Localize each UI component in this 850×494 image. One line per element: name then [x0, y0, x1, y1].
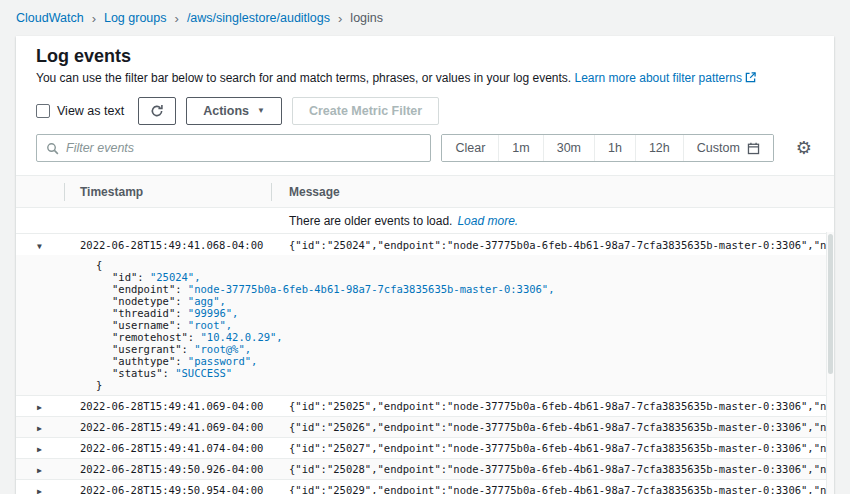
row-collapse-toggle[interactable]: ▼	[16, 239, 80, 251]
row-expand-toggle[interactable]: ▶	[16, 421, 80, 433]
breadcrumb-separator-icon: ›	[338, 11, 342, 26]
json-field-usergrant: "usergrant": "root@%",	[96, 343, 834, 355]
json-close-brace: }	[96, 379, 834, 391]
row-expand-toggle[interactable]: ▶	[16, 484, 80, 494]
log-message-preview: {"id":"25026","endpoint":"node-37775b0a-…	[271, 421, 834, 433]
chevron-right-icon: ▶	[37, 487, 42, 494]
refresh-icon	[150, 104, 164, 118]
log-message-preview: {"id":"25027","endpoint":"node-37775b0a-…	[271, 442, 834, 454]
breadcrumb: CloudWatch › Log groups › /aws/singlesto…	[0, 0, 850, 36]
search-icon	[46, 142, 59, 155]
breadcrumb-log-groups[interactable]: Log groups	[104, 11, 167, 25]
range-1m-button[interactable]: 1m	[498, 135, 542, 161]
breadcrumb-separator-icon: ›	[175, 11, 179, 26]
breadcrumb-current-stream: logins	[350, 11, 383, 25]
log-timestamp: 2022-06-28T15:49:41.074-04:00	[80, 442, 271, 454]
chevron-right-icon: ▶	[37, 424, 42, 433]
log-events-panel: Log events You can use the filter bar be…	[16, 36, 834, 494]
json-field-authtype: "authtype": "password",	[96, 355, 834, 367]
row-expand-toggle[interactable]: ▶	[16, 442, 80, 454]
expanded-log-json: { "id": "25024", "endpoint": "node-37775…	[16, 255, 834, 396]
gear-icon: ⚙	[796, 138, 812, 158]
view-as-text-label: View as text	[57, 104, 124, 118]
custom-range-label: Custom	[697, 141, 740, 155]
log-timestamp: 2022-06-28T15:49:50.954-04:00	[80, 484, 271, 494]
log-row[interactable]: ▶ 2022-06-28T15:49:50.926-04:00 {"id":"2…	[16, 459, 834, 480]
caret-down-icon: ▼	[257, 107, 265, 115]
table-header: Timestamp Message	[16, 176, 834, 208]
range-1h-button[interactable]: 1h	[594, 135, 635, 161]
json-field-id: "id": "25024",	[96, 271, 834, 283]
log-row[interactable]: ▶ 2022-06-28T15:49:41.074-04:00 {"id":"2…	[16, 438, 834, 459]
learn-more-link[interactable]: Learn more about filter patterns	[575, 71, 742, 85]
filter-events-input[interactable]	[66, 141, 421, 155]
actions-toolbar: View as text Actions ▼ Create Metric Fil…	[36, 97, 814, 125]
filter-bar: Clear 1m 30m 1h 12h Custom ⚙	[36, 134, 814, 162]
page-title: Log events	[36, 46, 814, 66]
calendar-icon	[747, 142, 760, 155]
view-as-text-option: View as text	[36, 104, 124, 118]
timestamp-column-header: Timestamp	[65, 185, 271, 199]
view-as-text-checkbox[interactable]	[36, 104, 50, 118]
actions-button-label: Actions	[203, 104, 249, 118]
chevron-down-icon: ▼	[37, 242, 42, 251]
log-timestamp: 2022-06-28T15:49:41.069-04:00	[80, 421, 271, 433]
log-message-preview: {"id":"25029","endpoint":"node-37775b0a-…	[271, 484, 834, 494]
json-field-username: "username": "root",	[96, 319, 834, 331]
log-timestamp: 2022-06-28T15:49:50.926-04:00	[80, 463, 271, 475]
log-row[interactable]: ▶ 2022-06-28T15:49:41.069-04:00 {"id":"2…	[16, 396, 834, 417]
scrollbar-thumb[interactable]	[828, 234, 833, 374]
load-more-link[interactable]: Load more.	[457, 214, 518, 228]
log-rows: ▶ 2022-06-28T15:49:41.069-04:00 {"id":"2…	[16, 396, 834, 494]
page-description: You can use the filter bar below to sear…	[36, 71, 814, 87]
json-field-remotehost: "remotehost": "10.42.0.29",	[96, 331, 834, 343]
time-range-selector: Clear 1m 30m 1h 12h Custom	[441, 134, 773, 162]
log-row[interactable]: ▶ 2022-06-28T15:49:50.954-04:00 {"id":"2…	[16, 480, 834, 494]
filter-search-box	[36, 134, 431, 162]
log-message-preview: {"id":"25028","endpoint":"node-37775b0a-…	[271, 463, 834, 475]
chevron-right-icon: ▶	[37, 466, 42, 475]
row-expand-toggle[interactable]: ▶	[16, 400, 80, 412]
log-row-expanded[interactable]: ▼ 2022-06-28T15:49:41.068-04:00 {"id":"2…	[16, 234, 834, 255]
breadcrumb-separator-icon: ›	[92, 11, 96, 26]
json-field-endpoint: "endpoint": "node-37775b0a-6feb-4b61-98a…	[96, 283, 834, 295]
row-expand-toggle[interactable]: ▶	[16, 463, 80, 475]
json-field-threadid: "threadid": "99996",	[96, 307, 834, 319]
clear-range-button[interactable]: Clear	[442, 135, 498, 161]
custom-range-button[interactable]: Custom	[683, 135, 773, 161]
create-metric-filter-button[interactable]: Create Metric Filter	[292, 97, 439, 125]
vertical-scrollbar[interactable]	[826, 232, 834, 494]
older-events-row: There are older events to load. Load mor…	[16, 208, 834, 234]
json-field-nodetype: "nodetype": "agg",	[96, 295, 834, 307]
log-row[interactable]: ▶ 2022-06-28T15:49:41.069-04:00 {"id":"2…	[16, 417, 834, 438]
range-30m-button[interactable]: 30m	[543, 135, 594, 161]
log-events-table: Timestamp Message There are older events…	[16, 175, 834, 494]
chevron-right-icon: ▶	[37, 445, 42, 454]
json-open-brace: {	[96, 259, 834, 271]
log-timestamp: 2022-06-28T15:49:41.069-04:00	[80, 400, 271, 412]
log-message-preview: {"id":"25025","endpoint":"node-37775b0a-…	[271, 400, 834, 412]
settings-gear-button[interactable]: ⚙	[796, 139, 812, 157]
description-text: You can use the filter bar below to sear…	[36, 71, 571, 85]
chevron-right-icon: ▶	[37, 403, 42, 412]
actions-button[interactable]: Actions ▼	[186, 97, 282, 125]
range-12h-button[interactable]: 12h	[635, 135, 683, 161]
breadcrumb-cloudwatch[interactable]: CloudWatch	[16, 11, 84, 25]
json-field-status: "status": "SUCCESS"	[96, 367, 834, 379]
older-events-text: There are older events to load.	[289, 214, 452, 228]
external-link-icon	[745, 72, 756, 87]
refresh-button[interactable]	[138, 97, 176, 125]
log-message-preview: {"id":"25024","endpoint":"node-37775b0a-…	[271, 239, 834, 251]
breadcrumb-log-group-name[interactable]: /aws/singlestore/auditlogs	[187, 11, 330, 25]
message-column-header: Message	[272, 185, 834, 199]
log-timestamp: 2022-06-28T15:49:41.068-04:00	[80, 239, 271, 251]
